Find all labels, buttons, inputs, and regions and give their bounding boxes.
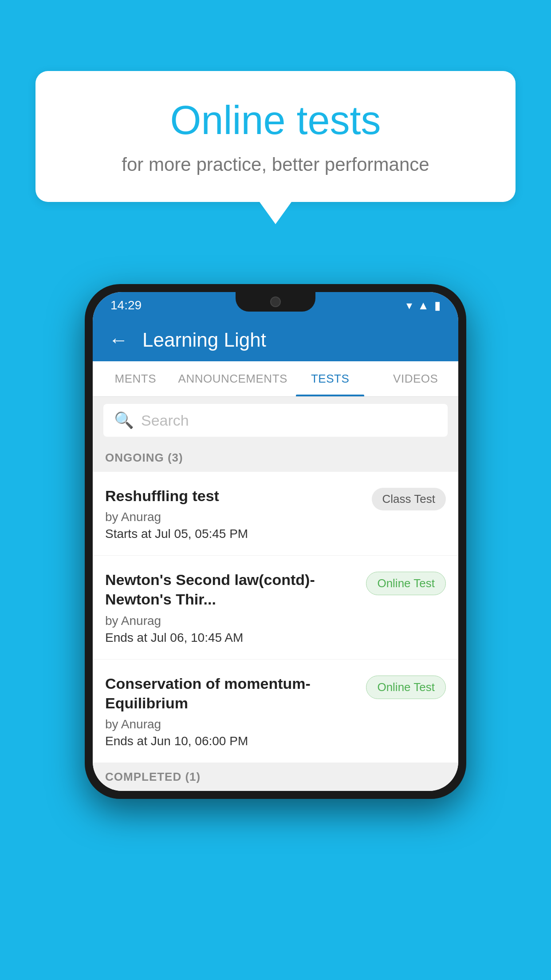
ongoing-section-header: ONGOING (3) bbox=[93, 444, 458, 472]
phone-notch bbox=[236, 292, 315, 312]
app-header: ← Learning Light bbox=[93, 319, 458, 361]
phone-camera bbox=[270, 296, 281, 307]
test-date-2: Ends at Jul 06, 10:45 AM bbox=[105, 631, 357, 645]
ongoing-section-title: ONGOING (3) bbox=[105, 451, 183, 464]
phone-frame: 14:29 ▾ ▲ ▮ ← Learning Light MENTS ANNOU… bbox=[85, 284, 466, 799]
badge-online-test-3: Online Test bbox=[366, 676, 446, 699]
search-container: 🔍 Search bbox=[93, 397, 458, 444]
test-info-3: Conservation of momentum-Equilibrium by … bbox=[105, 674, 366, 748]
speech-bubble-container: Online tests for more practice, better p… bbox=[35, 71, 516, 224]
tests-list: Reshuffling test by Anurag Starts at Jul… bbox=[93, 472, 458, 763]
battery-icon: ▮ bbox=[434, 299, 441, 312]
test-item-3[interactable]: Conservation of momentum-Equilibrium by … bbox=[93, 660, 458, 763]
bubble-title: Online tests bbox=[71, 98, 480, 143]
test-by-2: by Anurag bbox=[105, 614, 357, 628]
signal-icon: ▲ bbox=[417, 299, 429, 312]
status-time: 14:29 bbox=[110, 298, 142, 312]
tab-tests[interactable]: TESTS bbox=[287, 361, 373, 396]
tabs-bar: MENTS ANNOUNCEMENTS TESTS VIDEOS bbox=[93, 361, 458, 397]
speech-bubble-arrow bbox=[260, 202, 291, 224]
test-date-3: Ends at Jun 10, 06:00 PM bbox=[105, 734, 357, 748]
tab-announcements[interactable]: ANNOUNCEMENTS bbox=[178, 361, 287, 396]
search-icon: 🔍 bbox=[114, 411, 134, 430]
tab-ments[interactable]: MENTS bbox=[93, 361, 178, 396]
test-item-1[interactable]: Reshuffling test by Anurag Starts at Jul… bbox=[93, 472, 458, 556]
status-icons: ▾ ▲ ▮ bbox=[406, 299, 441, 312]
bubble-subtitle: for more practice, better performance bbox=[71, 154, 480, 175]
phone-screen: 14:29 ▾ ▲ ▮ ← Learning Light MENTS ANNOU… bbox=[93, 292, 458, 791]
back-button[interactable]: ← bbox=[109, 329, 128, 351]
search-input[interactable]: Search bbox=[141, 412, 189, 429]
test-date-1: Starts at Jul 05, 05:45 PM bbox=[105, 527, 363, 541]
badge-online-test-2: Online Test bbox=[366, 572, 446, 595]
test-by-1: by Anurag bbox=[105, 510, 363, 524]
completed-section-title: COMPLETED (1) bbox=[105, 770, 201, 783]
app-title: Learning Light bbox=[142, 329, 266, 351]
tab-videos[interactable]: VIDEOS bbox=[373, 361, 458, 396]
wifi-icon: ▾ bbox=[406, 299, 412, 312]
test-by-3: by Anurag bbox=[105, 717, 357, 731]
test-name-3: Conservation of momentum-Equilibrium bbox=[105, 674, 357, 713]
test-info-1: Reshuffling test by Anurag Starts at Jul… bbox=[105, 486, 372, 541]
badge-class-test-1: Class Test bbox=[372, 488, 446, 510]
completed-section-header: COMPLETED (1) bbox=[93, 763, 458, 791]
test-item-2[interactable]: Newton's Second law(contd)-Newton's Thir… bbox=[93, 556, 458, 659]
test-info-2: Newton's Second law(contd)-Newton's Thir… bbox=[105, 570, 366, 644]
phone-container: 14:29 ▾ ▲ ▮ ← Learning Light MENTS ANNOU… bbox=[85, 284, 466, 799]
speech-bubble: Online tests for more practice, better p… bbox=[35, 71, 516, 202]
search-bar[interactable]: 🔍 Search bbox=[103, 404, 448, 437]
test-name-1: Reshuffling test bbox=[105, 486, 363, 506]
test-name-2: Newton's Second law(contd)-Newton's Thir… bbox=[105, 570, 357, 609]
